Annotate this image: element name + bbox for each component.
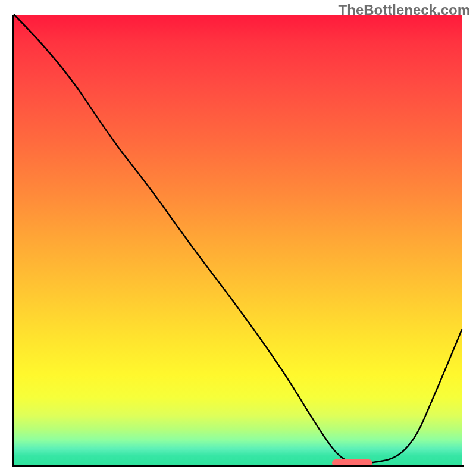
watermark-text: TheBottleneck.com [339, 2, 470, 18]
chart-canvas: TheBottleneck.com [0, 0, 476, 476]
axes-frame [12, 15, 464, 467]
